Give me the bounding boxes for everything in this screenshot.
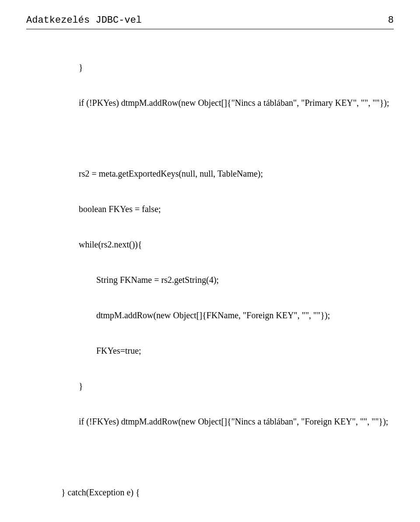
code-line: boolean FKYes = false; <box>26 203 394 215</box>
running-header: Adatkezelés JDBC-vel 8 <box>26 14 394 27</box>
code-line: String FKName = rs2.getString(4); <box>26 274 394 286</box>
code-line: dtmpM.addRow(new Object[]{FKName, "Forei… <box>26 310 394 321</box>
code-line: } catch(Exception e) { <box>26 487 394 498</box>
code-line: } <box>26 62 394 73</box>
code-block: } if (!PKYes) dtmpM.addRow(new Object[]{… <box>26 38 394 522</box>
code-line: FKYes=true; <box>26 345 394 357</box>
code-line: rs2 = meta.getExportedKeys(null, null, T… <box>26 168 394 180</box>
code-line: if (!PKYes) dtmpM.addRow(new Object[]{"N… <box>26 97 394 109</box>
page-number: 8 <box>388 14 394 27</box>
code-line: } <box>26 380 394 392</box>
header-title: Adatkezelés JDBC-vel <box>26 14 142 27</box>
header-rule <box>26 29 394 29</box>
code-line: while(rs2.next()){ <box>26 239 394 251</box>
code-line: if (!FKYes) dtmpM.addRow(new Object[]{"N… <box>26 416 394 428</box>
